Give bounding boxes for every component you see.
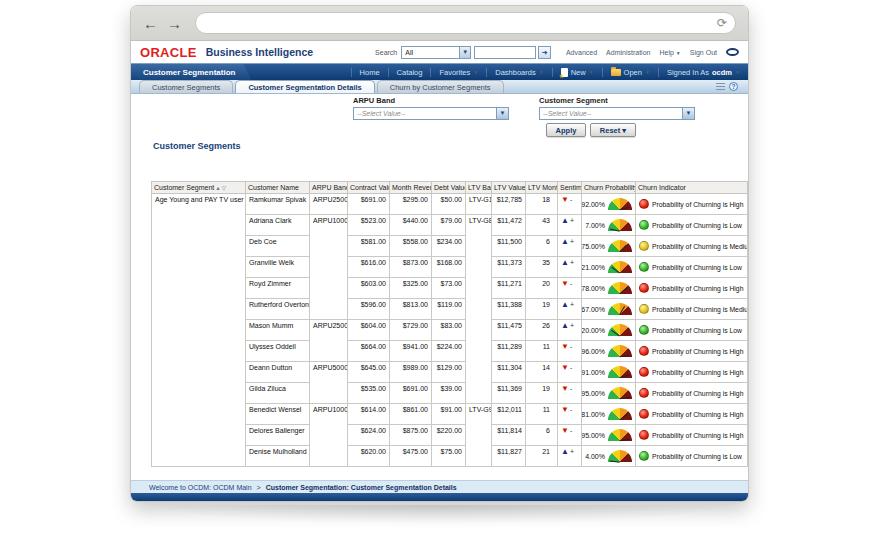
help-icon[interactable]: ? (729, 82, 738, 91)
contract-value-cell: $645.00 (348, 362, 390, 383)
column-header-ltv-band[interactable]: LTV Band (466, 182, 492, 194)
column-header-month-revenue[interactable]: Month Revenue (390, 182, 432, 194)
arpu-band-cell: ARPU1000 (310, 215, 348, 320)
administration-link[interactable]: Administration (606, 49, 650, 56)
churn-indicator-text: Probability of Churning is High (652, 201, 743, 208)
churn-indicator-text: Probability of Churning is High (652, 285, 743, 292)
sort-descending-icon[interactable]: ▽ (222, 185, 226, 191)
sort-ascending-icon[interactable]: ▲ (215, 185, 220, 191)
column-header-ltv-months[interactable]: LTV Months (526, 182, 558, 194)
column-header-arpu-band[interactable]: ARPU Band (310, 182, 348, 194)
gauge-icon (608, 324, 632, 336)
browser-chrome: ← → ⟳ (131, 6, 748, 41)
churn-indicator-cell: Probability of Churning is High (636, 383, 748, 404)
column-header-ltv-value[interactable]: LTV Value (492, 182, 526, 194)
navbar-links: Home Catalog Favorites▼ Dashboards▼ New▼… (351, 64, 748, 80)
gauge-icon (608, 387, 632, 399)
churn-probability-cell: 67.00% (582, 299, 636, 320)
customer-segments-table-wrap: Customer Segment▲▽Customer NameARPU Band… (151, 181, 747, 467)
tab-customer-segments[interactable]: Customer Segments (139, 80, 233, 93)
page-options-icon[interactable] (716, 83, 725, 91)
gauge-icon (608, 198, 632, 210)
search-go-button[interactable]: ➜ (538, 46, 551, 59)
sign-out-link[interactable]: Sign Out (690, 49, 717, 56)
customer-segment-filter-label: Customer Segment (539, 96, 608, 105)
reload-icon[interactable]: ⟳ (717, 16, 727, 30)
ltv-months-cell: 6 (526, 236, 558, 257)
ltv-months-cell: 35 (526, 257, 558, 278)
sentiment-down-icon: ▼ (561, 405, 569, 414)
churn-probability-value: 7.00% (585, 222, 605, 229)
sentiment-down-icon: ▼ (561, 384, 569, 393)
apply-button[interactable]: Apply (546, 123, 586, 137)
sentiment-cell: ▼- (558, 425, 582, 446)
nav-dashboards[interactable]: Dashboards▼ (486, 68, 551, 77)
churn-probability-value: 21.00% (582, 264, 606, 271)
chevron-down-icon[interactable]: ▼ (682, 108, 694, 119)
sentiment-cell: ▼- (558, 341, 582, 362)
search-input[interactable] (474, 46, 536, 59)
arpu-band-cell: ARPU2500 (310, 320, 348, 362)
breadcrumb-welcome-link[interactable]: Welcome to OCDM: OCDM Main (149, 484, 252, 491)
ltv-months-cell: 21 (526, 446, 558, 467)
churn-probability-cell: 96.00% (582, 341, 636, 362)
debt-value-cell: $91.00 (432, 404, 466, 425)
ltv-band-cell: LTV-G10 (466, 194, 492, 215)
chevron-down-icon: ▼ (473, 69, 478, 75)
churn-probability-cell: 95.00% (582, 425, 636, 446)
column-header-churn-probability[interactable]: Churn Probability (582, 182, 636, 194)
url-bar[interactable]: ⟳ (195, 12, 736, 34)
column-header-customer-segment[interactable]: Customer Segment▲▽ (152, 182, 246, 194)
column-header-customer-name[interactable]: Customer Name (246, 182, 310, 194)
customer-segment-select[interactable]: --Select Value-- ▼ (539, 107, 695, 120)
forward-icon[interactable]: → (167, 16, 182, 31)
section-title: Customer Segments (153, 141, 241, 151)
nav-new[interactable]: New▼ (552, 68, 602, 77)
churn-indicator-text: Probability of Churning is High (652, 390, 743, 397)
nav-favorites[interactable]: Favorites▼ (430, 68, 486, 77)
sentiment-cell: ▲+ (558, 446, 582, 467)
sentiment-sign: - (570, 427, 572, 434)
nav-signed-in[interactable]: Signed In Asocdm▼ (658, 68, 748, 77)
nav-home[interactable]: Home (351, 68, 388, 77)
churn-indicator-text: Probability of Churning is Medium (652, 243, 748, 250)
reset-button[interactable]: Reset ▾ (590, 123, 636, 137)
column-header-debt-value[interactable]: Debt Value (432, 182, 466, 194)
search-scope-select[interactable]: All ▼ (401, 46, 471, 59)
contract-value-cell: $603.00 (348, 278, 390, 299)
breadcrumb: Welcome to OCDM: OCDM Main > Customer Se… (131, 480, 748, 493)
status-high-icon (639, 388, 649, 398)
status-high-icon (639, 283, 649, 293)
ltv-value-cell: $11,827 (492, 446, 526, 467)
month-revenue-cell: $475.00 (390, 446, 432, 467)
customer-segment-cell: Age Young and PAY TV user (152, 194, 246, 467)
tab-customer-segmentation-details[interactable]: Customer Segmentation Details (235, 80, 374, 93)
churn-probability-value: 75.00% (582, 243, 606, 250)
column-header-sentiment[interactable]: Sentiment (558, 182, 582, 194)
nav-open[interactable]: Open▼ (602, 68, 658, 77)
churn-probability-value: 4.00% (585, 453, 605, 460)
dashboard-tab-customer-segmentation[interactable]: Customer Segmentation (131, 64, 251, 80)
arpu-band-filter-label: ARPU Band (353, 96, 395, 105)
chevron-down-icon: ▼ (645, 69, 650, 75)
column-header-contract-value[interactable]: Contract Value (348, 182, 390, 194)
nav-catalog[interactable]: Catalog (388, 68, 431, 77)
column-header-churn-indicator[interactable]: Churn Indicator (636, 182, 748, 194)
churn-indicator-text: Probability of Churning is High (652, 411, 743, 418)
arpu-band-select[interactable]: --Select Value-- ▼ (353, 107, 509, 120)
sentiment-cell: ▲+ (558, 257, 582, 278)
gauge-icon (608, 261, 632, 273)
month-revenue-cell: $729.00 (390, 320, 432, 341)
help-menu[interactable]: Help ▼ (659, 49, 680, 56)
page-tabs: Customer Segments Customer Segmentation … (131, 80, 748, 94)
back-icon[interactable]: ← (143, 16, 158, 31)
churn-indicator-cell: Probability of Churning is Low (636, 446, 748, 467)
gauge-icon (608, 240, 632, 252)
ltv-months-cell: 43 (526, 215, 558, 236)
customer-name-cell: Ulysses Oddell (246, 341, 310, 362)
chevron-down-icon[interactable]: ▼ (496, 108, 508, 119)
tab-churn-by-customer-segments[interactable]: Churn by Customer Segments (377, 80, 504, 93)
oracle-ring-icon (726, 48, 739, 56)
chevron-down-icon[interactable]: ▼ (459, 47, 470, 58)
advanced-link[interactable]: Advanced (566, 49, 597, 56)
